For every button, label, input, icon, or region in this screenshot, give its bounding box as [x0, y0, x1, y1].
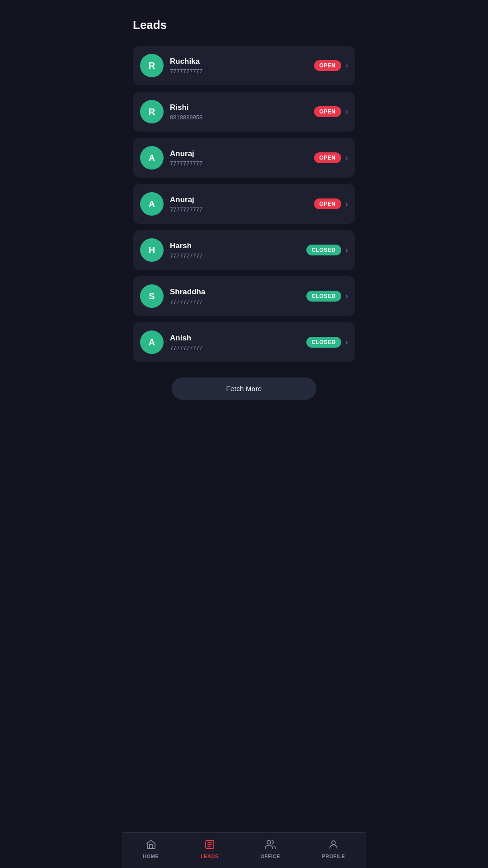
nav-label-office: OFFICE [260, 854, 280, 859]
lead-info: Anish 7777777777 [170, 334, 300, 351]
home-icon [145, 839, 156, 852]
lead-right: OPEN › [314, 198, 348, 209]
status-badge: CLOSED [306, 245, 341, 255]
lead-right: OPEN › [314, 60, 348, 71]
header: Leads [122, 0, 366, 41]
lead-right: CLOSED › [306, 337, 348, 348]
profile-icon [328, 839, 339, 852]
avatar: A [140, 146, 164, 170]
lead-right: OPEN › [314, 152, 348, 163]
lead-right: CLOSED › [306, 245, 348, 255]
lead-phone: 7777777777 [170, 68, 308, 75]
status-badge: OPEN [314, 198, 341, 209]
lead-info: Shraddha 7777777777 [170, 288, 300, 305]
chevron-right-icon: › [346, 62, 348, 69]
chevron-right-icon: › [346, 339, 348, 346]
lead-right: OPEN › [314, 106, 348, 117]
chevron-right-icon: › [346, 154, 348, 161]
lead-phone: 7777777777 [170, 206, 308, 213]
lead-name: Harsh [170, 241, 300, 250]
nav-label-profile: PROFILE [322, 854, 345, 859]
lead-phone: 7777777777 [170, 252, 300, 259]
chevron-right-icon: › [346, 246, 348, 254]
avatar: A [140, 192, 164, 216]
lead-card[interactable]: S Shraddha 7777777777 CLOSED › [133, 276, 355, 316]
lead-info: Ruchika 7777777777 [170, 57, 308, 75]
avatar: R [140, 54, 164, 77]
office-icon [265, 839, 276, 852]
lead-card[interactable]: A Anuraj 7777777777 OPEN › [133, 138, 355, 178]
lead-name: Anuraj [170, 195, 308, 204]
lead-phone: 7777777777 [170, 344, 300, 351]
lead-phone: 7777777777 [170, 160, 308, 167]
status-badge: OPEN [314, 106, 341, 117]
avatar: R [140, 100, 164, 123]
lead-info: Anuraj 7777777777 [170, 195, 308, 213]
nav-item-office[interactable]: OFFICE [255, 837, 285, 861]
status-badge: OPEN [314, 152, 341, 163]
page-title: Leads [133, 18, 355, 32]
avatar: H [140, 238, 164, 262]
fetch-more-button[interactable]: Fetch More [172, 377, 316, 400]
lead-info: Anuraj 7777777777 [170, 149, 308, 167]
lead-name: Ruchika [170, 57, 308, 66]
lead-phone: 8818889958 [170, 114, 308, 121]
nav-item-leads[interactable]: LEADS [195, 837, 224, 861]
status-badge: CLOSED [306, 337, 341, 348]
lead-right: CLOSED › [306, 291, 348, 302]
nav-label-home: HOME [143, 854, 159, 859]
svg-point-1 [267, 840, 271, 844]
lead-name: Anuraj [170, 149, 308, 158]
lead-name: Rishi [170, 103, 308, 112]
lead-card[interactable]: H Harsh 7777777777 CLOSED › [133, 230, 355, 270]
svg-point-2 [332, 841, 335, 844]
nav-item-home[interactable]: HOME [137, 837, 164, 861]
lead-phone: 7777777777 [170, 298, 300, 305]
leads-list: R Ruchika 7777777777 OPEN › R Rishi 8818… [122, 41, 366, 367]
bottom-nav: HOME LEADS OFFICE PROFILE [122, 832, 366, 868]
lead-name: Shraddha [170, 288, 300, 297]
fetch-more-section: Fetch More [122, 367, 366, 410]
leads-icon [204, 839, 215, 852]
lead-info: Harsh 7777777777 [170, 241, 300, 259]
chevron-right-icon: › [346, 200, 348, 208]
chevron-right-icon: › [346, 108, 348, 115]
nav-item-profile[interactable]: PROFILE [316, 837, 350, 861]
nav-label-leads: LEADS [201, 854, 219, 859]
lead-card[interactable]: R Ruchika 7777777777 OPEN › [133, 46, 355, 85]
lead-info: Rishi 8818889958 [170, 103, 308, 121]
status-badge: CLOSED [306, 291, 341, 302]
page-wrapper: Leads R Ruchika 7777777777 OPEN › R Rish… [122, 0, 366, 868]
status-badge: OPEN [314, 60, 341, 71]
avatar: S [140, 284, 164, 308]
lead-card[interactable]: A Anuraj 7777777777 OPEN › [133, 184, 355, 224]
lead-card[interactable]: R Rishi 8818889958 OPEN › [133, 92, 355, 132]
lead-name: Anish [170, 334, 300, 343]
lead-card[interactable]: A Anish 7777777777 CLOSED › [133, 322, 355, 362]
avatar: A [140, 330, 164, 354]
chevron-right-icon: › [346, 292, 348, 300]
